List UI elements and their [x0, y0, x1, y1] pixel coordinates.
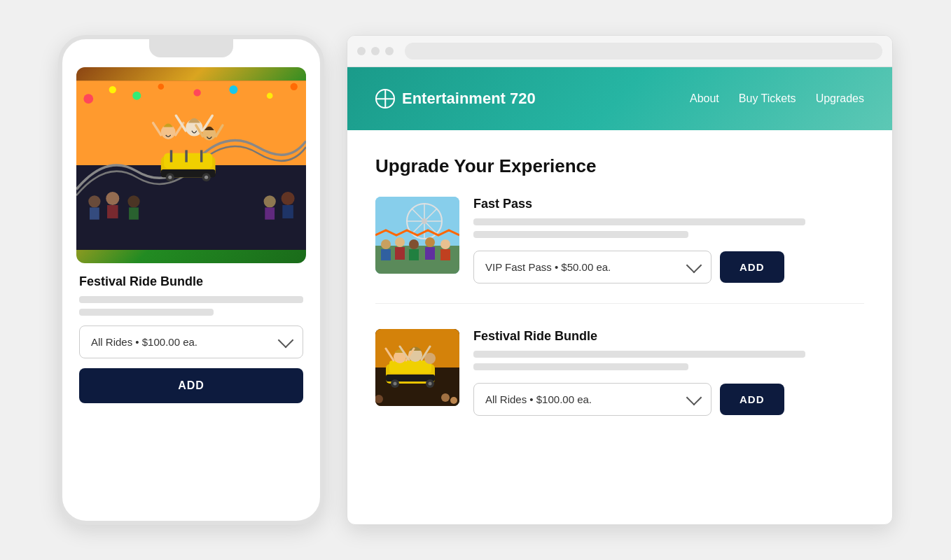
svg-rect-37 [265, 207, 275, 219]
page-title: Upgrade Your Experience [375, 155, 864, 177]
svg-rect-61 [389, 360, 431, 373]
site-content: Upgrade Your Experience [347, 130, 892, 486]
svg-rect-51 [395, 247, 405, 260]
upgrade-item-fast-pass: Fast Pass VIP Fast Pass • $50.00 ea. ADD [375, 197, 864, 304]
festival-details: Festival Ride Bundle All Rides • $100.00… [473, 329, 864, 416]
svg-rect-39 [282, 205, 293, 218]
fast-pass-select[interactable]: VIP Fast Pass • $50.00 ea. [473, 251, 711, 284]
browser-dot-red [357, 47, 366, 55]
svg-rect-55 [425, 247, 435, 260]
svg-point-48 [381, 239, 391, 249]
fast-pass-thumbnail [375, 197, 459, 274]
svg-rect-49 [381, 249, 391, 260]
fast-pass-chevron-icon [686, 257, 702, 273]
fast-pass-name: Fast Pass [473, 197, 864, 211]
svg-point-3 [83, 94, 93, 104]
phone-desc-line-2 [79, 309, 214, 316]
festival-desc-1 [473, 351, 805, 358]
svg-point-4 [109, 86, 116, 93]
svg-point-75 [441, 393, 450, 402]
site-logo-text: Entertainment 720 [402, 90, 536, 108]
svg-rect-31 [90, 207, 99, 219]
site-nav: About Buy Tickets Upgrades [690, 92, 864, 105]
festival-select-text: All Rides • $100.00 ea. [485, 393, 592, 405]
fast-pass-select-text: VIP Fast Pass • $50.00 ea. [485, 261, 611, 273]
browser-dot-yellow [371, 47, 380, 55]
phone-notch [149, 39, 233, 57]
phone-product-title: Festival Ride Bundle [79, 274, 303, 289]
svg-point-66 [429, 382, 432, 386]
svg-point-18 [168, 176, 172, 179]
festival-add-button[interactable]: ADD [720, 384, 784, 415]
svg-rect-14 [170, 150, 172, 162]
fast-pass-add-button[interactable]: ADD [720, 251, 784, 283]
svg-point-54 [425, 237, 435, 247]
svg-point-20 [204, 176, 208, 179]
svg-point-64 [394, 382, 397, 386]
svg-point-46 [422, 218, 427, 224]
svg-rect-15 [185, 150, 187, 162]
phone-chevron-down-icon [278, 332, 294, 348]
svg-point-9 [267, 92, 273, 99]
svg-point-50 [395, 237, 405, 247]
fast-pass-desc-1 [473, 218, 805, 225]
festival-select[interactable]: All Rides • $100.00 ea. [473, 383, 711, 416]
browser-address-bar [405, 43, 882, 59]
svg-rect-57 [440, 249, 450, 260]
globe-vertical-line [384, 90, 386, 107]
svg-point-32 [106, 192, 119, 205]
hero-image [76, 67, 306, 263]
festival-desc-2 [473, 363, 688, 370]
nav-about[interactable]: About [690, 92, 719, 105]
phone-select-text: All Rides • $100.00 ea. [91, 336, 197, 348]
svg-point-6 [158, 83, 165, 90]
svg-rect-16 [200, 150, 202, 162]
mobile-phone-frame: Festival Ride Bundle All Rides • $100.00… [58, 35, 324, 525]
svg-point-76 [450, 397, 457, 404]
browser-dot-green [385, 47, 394, 55]
svg-point-34 [127, 195, 139, 207]
svg-point-52 [409, 239, 419, 249]
svg-point-56 [440, 239, 450, 249]
phone-desc-line-1 [79, 296, 303, 303]
browser-chrome [347, 36, 892, 67]
site-header: Entertainment 720 About Buy Tickets Upgr… [347, 67, 892, 130]
fast-pass-desc-2 [473, 231, 688, 238]
upgrade-item-festival: Festival Ride Bundle All Rides • $100.00… [375, 329, 864, 435]
festival-controls: All Rides • $100.00 ea. ADD [473, 383, 864, 416]
fast-pass-controls: VIP Fast Pass • $50.00 ea. ADD [473, 251, 864, 284]
svg-point-8 [229, 85, 237, 94]
phone-add-button[interactable]: ADD [79, 368, 303, 403]
festival-chevron-icon [686, 389, 702, 405]
site-logo: Entertainment 720 [375, 89, 536, 108]
phone-select[interactable]: All Rides • $100.00 ea. [79, 326, 303, 358]
nav-buy-tickets[interactable]: Buy Tickets [739, 92, 796, 105]
svg-point-7 [193, 89, 200, 96]
festival-name: Festival Ride Bundle [473, 329, 864, 344]
svg-point-36 [264, 195, 276, 207]
svg-point-30 [88, 195, 100, 207]
globe-icon [375, 89, 395, 108]
svg-point-38 [282, 192, 295, 205]
svg-rect-33 [107, 205, 118, 218]
nav-upgrades[interactable]: Upgrades [816, 92, 864, 105]
fast-pass-details: Fast Pass VIP Fast Pass • $50.00 ea. ADD [473, 197, 864, 284]
svg-rect-35 [129, 207, 139, 219]
svg-point-5 [132, 92, 141, 100]
desktop-browser-frame: Entertainment 720 About Buy Tickets Upgr… [347, 35, 893, 525]
phone-product-content: Festival Ride Bundle All Rides • $100.00… [76, 263, 306, 406]
svg-rect-53 [409, 249, 419, 260]
svg-point-10 [291, 83, 298, 90]
festival-thumbnail [375, 329, 459, 406]
